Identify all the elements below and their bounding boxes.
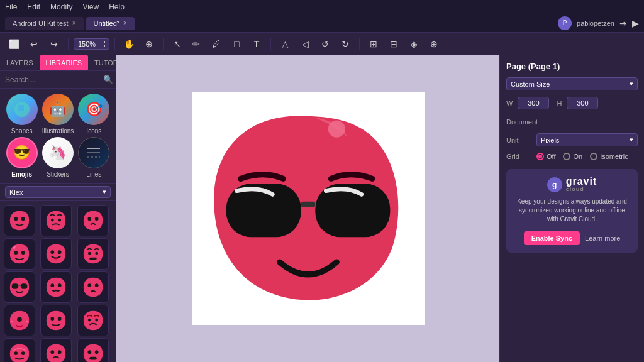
svg-point-14 (58, 250, 62, 254)
emoji-thumb-1[interactable] (4, 205, 35, 236)
category-emojis[interactable]: 😎 Emojis (5, 137, 38, 178)
grid-btn[interactable]: ⊞ (365, 35, 382, 53)
toolbar: ⬜ ↩ ↪ 150% ⛶ ✋ ⊕ ↖ ✏ 🖊 □ T △ ◁ ↺ ↻ ⊞ ⊟ ◈… (0, 33, 644, 55)
grid-on-option[interactable]: On (563, 153, 582, 160)
illustrations-label: Illustrations (42, 128, 74, 134)
category-icons[interactable]: 🎯 Icons (77, 94, 111, 134)
divider-1 (68, 38, 69, 50)
redo-button[interactable]: ↪ (45, 35, 63, 53)
magnet-tool[interactable]: ⊕ (140, 35, 158, 53)
width-label: W (506, 99, 513, 107)
new-button[interactable]: ⬜ (5, 35, 23, 53)
svg-rect-49 (301, 202, 315, 207)
gravit-brand-name: gravit (566, 177, 597, 187)
category-shapes[interactable]: Shapes (5, 94, 38, 134)
size-row: Custom Size ▾ (506, 77, 638, 90)
svg-point-34 (87, 350, 91, 354)
category-illustrations[interactable]: 🤖 Illustrations (41, 94, 74, 134)
emoji-thumb-11[interactable] (40, 305, 72, 336)
icons-icon: 🎯 (78, 94, 109, 125)
emoji-thumb-3[interactable] (77, 205, 109, 236)
tab-libraries[interactable]: LIBRARIES (40, 55, 88, 70)
category-stickers[interactable]: 🦄 Stickers (41, 137, 74, 178)
emoji-thumb-5[interactable] (40, 238, 72, 270)
canvas-area[interactable] (116, 55, 499, 362)
svg-point-31 (21, 351, 25, 355)
learn-more-button[interactable]: Learn more (585, 234, 620, 242)
text-tool[interactable]: T (248, 35, 265, 53)
shape-tool[interactable]: □ (228, 35, 245, 53)
emoji-thumb-6[interactable] (77, 238, 109, 270)
enable-sync-button[interactable]: Enable Sync (524, 231, 580, 245)
svg-point-22 (58, 283, 62, 287)
emoji-thumb-2[interactable] (40, 205, 72, 236)
emoji-thumb-14[interactable] (40, 338, 72, 362)
avatar[interactable]: P (558, 16, 572, 30)
undo-button[interactable]: ↩ (25, 35, 43, 53)
emoji-selector-bar: Klex ▾ (0, 183, 116, 201)
menu-file[interactable]: File (5, 3, 17, 11)
tab-untitled-close-icon[interactable]: × (123, 19, 127, 26)
tab-untitled[interactable]: Untitled* × (86, 17, 135, 30)
stickers-label: Stickers (47, 171, 69, 178)
search-icon[interactable]: 🔍 (103, 75, 113, 84)
menu-modify[interactable]: Modify (50, 3, 72, 11)
svg-point-30 (14, 351, 18, 355)
account-icon[interactable]: ⇥ (619, 18, 627, 28)
emoji-thumb-13[interactable] (4, 338, 35, 362)
menu-edit[interactable]: Edit (27, 3, 40, 11)
tab-android-kit[interactable]: Android UI Kit test × (5, 17, 84, 30)
svg-point-23 (87, 283, 91, 287)
size-dropdown[interactable]: Custom Size ▾ (506, 77, 638, 90)
svg-point-9 (87, 217, 91, 221)
menu-view[interactable]: View (82, 3, 99, 11)
zoom-selector[interactable]: 150% ⛶ (74, 38, 109, 50)
emoji-thumb-10[interactable] (4, 305, 35, 336)
export-btn[interactable]: ⊕ (425, 35, 443, 53)
hand-tool[interactable]: ✋ (120, 35, 138, 53)
main-layout: LAYERS LIBRARIES TUTORIALS 🔍 Shapes (0, 55, 644, 362)
user-area: P pablopetzen ⇥ ▶ (558, 16, 639, 30)
triangle-tool[interactable]: △ (276, 35, 294, 53)
svg-point-46 (328, 120, 345, 137)
svg-point-32 (51, 350, 55, 354)
emoji-pack-dropdown[interactable]: Klex ▾ (5, 186, 111, 198)
select-tool[interactable]: ↖ (169, 35, 186, 53)
width-input[interactable] (518, 97, 549, 109)
unit-dropdown[interactable]: Pixels ▾ (536, 133, 638, 146)
icons-label: Icons (86, 128, 101, 134)
emoji-thumb-15[interactable] (77, 338, 109, 362)
zoom-expand-icon: ⛶ (98, 40, 105, 48)
tab-layers[interactable]: LAYERS (0, 55, 40, 70)
svg-rect-18 (12, 283, 18, 289)
svg-point-11 (14, 251, 18, 255)
node-tool[interactable]: ✏ (187, 35, 205, 53)
component-btn[interactable]: ◈ (405, 35, 423, 53)
rotate-ccw[interactable]: ↺ (316, 35, 334, 53)
search-input[interactable] (5, 75, 99, 84)
menu-help[interactable]: Help (109, 3, 125, 11)
tab-android-close-icon[interactable]: × (72, 19, 76, 26)
svg-point-5 (14, 217, 18, 221)
svg-point-15 (88, 252, 91, 255)
category-lines[interactable]: Lines (77, 137, 111, 178)
pen-tool[interactable]: 🖊 (208, 35, 225, 53)
svg-point-24 (95, 283, 99, 287)
emoji-thumb-8[interactable] (40, 272, 72, 303)
arrow-tool[interactable]: ◁ (296, 35, 314, 53)
emoji-thumb-7[interactable] (4, 272, 35, 303)
align-btn[interactable]: ⊟ (385, 35, 402, 53)
emoji-thumb-9[interactable] (77, 272, 109, 303)
play-icon[interactable]: ▶ (632, 18, 639, 28)
height-input[interactable] (567, 97, 598, 109)
gravit-cloud-panel: g gravit cloud Keep your designs always … (506, 169, 638, 253)
select-tools: ↖ ✏ (169, 35, 205, 53)
svg-point-26 (51, 317, 55, 321)
emoji-thumb-12[interactable] (77, 305, 109, 336)
grid-off-option[interactable]: Off (536, 153, 555, 160)
emojis-label: Emojis (11, 171, 32, 178)
rotate-cw[interactable]: ↻ (336, 35, 354, 53)
grid-isometric-option[interactable]: Isometric (590, 153, 628, 160)
unit-label: Unit (506, 136, 531, 144)
emoji-thumb-4[interactable] (4, 238, 35, 270)
